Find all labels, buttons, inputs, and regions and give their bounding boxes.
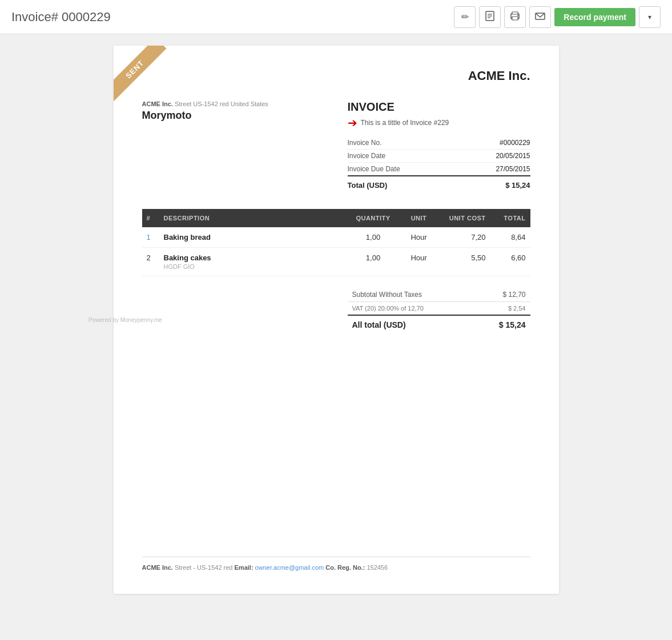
company-name-header: ACME Inc. xyxy=(142,69,530,83)
invoice-info-section: INVOICE ➔ This is a tittle of Invoice #2… xyxy=(348,100,530,192)
row2-total: 6,60 xyxy=(490,248,530,276)
powered-by: Powered by Moneypenny.me xyxy=(88,317,162,323)
grand-total-label: All total (USD) xyxy=(348,315,474,332)
col-unit-cost: UNIT COST xyxy=(439,209,490,227)
invoice-top-section: ACME Inc. Street US-1542 red United Stat… xyxy=(142,100,530,192)
vat-value: $ 2,54 xyxy=(474,302,530,316)
row1-num: 1 xyxy=(142,227,159,248)
page-header: Invoice# 0000229 ✏ xyxy=(0,0,672,34)
svg-point-7 xyxy=(517,15,518,16)
meta-invoice-no-row: Invoice No. #0000229 xyxy=(348,136,530,150)
subtotal-value: $ 12,70 xyxy=(474,288,530,302)
edit-button[interactable]: ✏ xyxy=(454,6,476,28)
footer-reg-label: Co. Reg. No.: xyxy=(325,564,367,571)
svg-rect-6 xyxy=(512,12,518,14)
main-content: SENT Powered by Moneypenny.me ACME Inc. … xyxy=(0,34,672,605)
edit-icon: ✏ xyxy=(461,11,469,22)
footer-address: Street - US-1542 red xyxy=(175,564,235,571)
row1-unit: Hour xyxy=(399,227,439,248)
row1-description: Baking bread xyxy=(159,227,348,248)
record-payment-button[interactable]: Record payment xyxy=(554,8,635,26)
dropdown-button[interactable]: ▾ xyxy=(639,6,661,28)
row2-quantity: 1,00 xyxy=(348,248,399,276)
invoice-footer: ACME Inc. Street - US-1542 red Email: ow… xyxy=(142,557,530,571)
row2-unit: Hour xyxy=(399,248,439,276)
invoice-document: SENT Powered by Moneypenny.me ACME Inc. … xyxy=(114,46,559,594)
total-value: $ 15,24 xyxy=(458,176,530,192)
col-quantity: QUANTITY xyxy=(348,209,399,227)
meta-invoice-date-row: Invoice Date 20/05/2015 xyxy=(348,150,530,163)
grand-total-value: $ 15,24 xyxy=(474,315,530,332)
pdf-icon xyxy=(485,11,494,23)
row1-quantity: 1,00 xyxy=(348,227,399,248)
invoice-no-value: #0000229 xyxy=(458,136,530,150)
chevron-down-icon: ▾ xyxy=(648,13,651,21)
totals-section: Subtotal Without Taxes $ 12,70 VAT (20) … xyxy=(142,288,530,332)
footer-email-value: owner.acme@gmail.com xyxy=(255,564,324,571)
grand-total-row: All total (USD) $ 15,24 xyxy=(348,315,530,332)
company-name-address: ACME Inc. xyxy=(142,100,173,107)
totals-table: Subtotal Without Taxes $ 12,70 VAT (20) … xyxy=(348,288,530,332)
invoice-meta-table: Invoice No. #0000229 Invoice Date 20/05/… xyxy=(348,136,530,192)
address-section: ACME Inc. Street US-1542 red United Stat… xyxy=(142,100,348,192)
table-header-row: # DESCRIPTION QUANTITY UNIT UNIT COST TO… xyxy=(142,209,530,227)
invoice-subtitle-text: This is a tittle of Invoice #229 xyxy=(361,119,449,127)
svg-rect-5 xyxy=(512,17,518,20)
col-description: DESCRIPTION xyxy=(159,209,348,227)
row2-unit-cost: 5,50 xyxy=(439,248,490,276)
print-button[interactable] xyxy=(504,6,526,28)
table-row: 1 Baking bread 1,00 Hour 7,20 8,64 xyxy=(142,227,530,248)
subtotal-label: Subtotal Without Taxes xyxy=(348,288,474,302)
table-row: 2 Baking cakes HGDF GIO 1,00 Hour 5,50 6… xyxy=(142,248,530,276)
subtotal-row: Subtotal Without Taxes $ 12,70 xyxy=(348,288,530,302)
arrow-icon: ➔ xyxy=(348,116,357,130)
col-total: TOTAL xyxy=(490,209,530,227)
col-unit: UNIT xyxy=(399,209,439,227)
col-num: # xyxy=(142,209,159,227)
row2-description: Baking cakes HGDF GIO xyxy=(159,248,348,276)
row1-total: 8,64 xyxy=(490,227,530,248)
meta-invoice-due-row: Invoice Due Date 27/05/2015 xyxy=(348,163,530,176)
invoice-date-value: 20/05/2015 xyxy=(458,150,530,163)
print-icon xyxy=(510,11,520,23)
pdf-button[interactable] xyxy=(479,6,501,28)
footer-company-name: ACME Inc. xyxy=(142,564,173,571)
invoice-title: INVOICE xyxy=(348,100,530,114)
page-title: Invoice# 0000229 xyxy=(11,10,111,25)
invoice-subtitle: ➔ This is a tittle of Invoice #229 xyxy=(348,116,530,130)
email-button[interactable] xyxy=(529,6,551,28)
line-items-table: # DESCRIPTION QUANTITY UNIT UNIT COST TO… xyxy=(142,209,530,276)
row1-unit-cost: 7,20 xyxy=(439,227,490,248)
invoice-no-label: Invoice No. xyxy=(348,136,458,150)
meta-total-row: Total (USD) $ 15,24 xyxy=(348,176,530,192)
header-actions: ✏ xyxy=(454,6,661,28)
vat-row: VAT (20) 20.00% of 12,70 $ 2,54 xyxy=(348,302,530,316)
company-address-line: ACME Inc. Street US-1542 red United Stat… xyxy=(142,100,348,107)
footer-email-label: Email: xyxy=(235,564,253,571)
total-label: Total (USD) xyxy=(348,176,458,192)
row2-num: 2 xyxy=(142,248,159,276)
email-icon xyxy=(535,12,545,22)
invoice-due-value: 27/05/2015 xyxy=(458,163,530,176)
invoice-date-label: Invoice Date xyxy=(348,150,458,163)
address-detail: Street US-1542 red United States xyxy=(175,100,268,107)
footer-reg-value: 152456 xyxy=(367,564,388,571)
client-name: Morymoto xyxy=(142,110,348,122)
invoice-due-label: Invoice Due Date xyxy=(348,163,458,176)
vat-label: VAT (20) 20.00% of 12,70 xyxy=(348,302,474,316)
